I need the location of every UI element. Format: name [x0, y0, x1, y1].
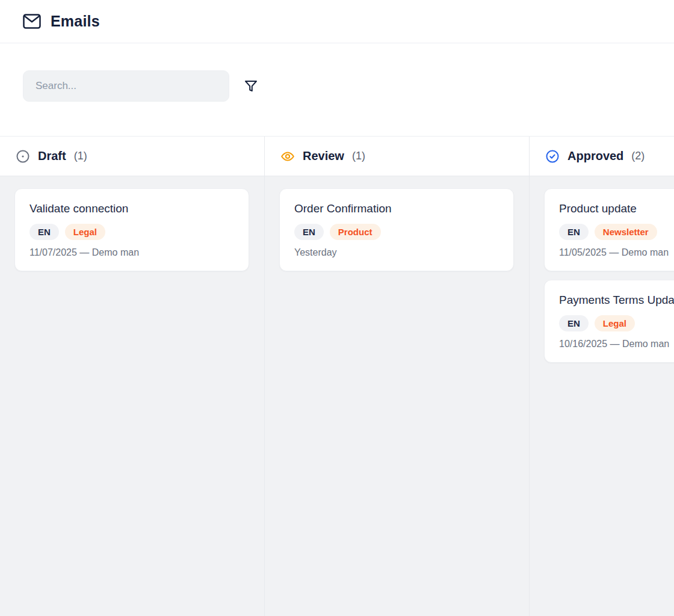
language-badge: EN: [559, 315, 589, 331]
badge-row: EN Newsletter: [559, 224, 674, 240]
circle-check-icon: [545, 149, 560, 164]
mail-icon: [23, 14, 41, 29]
email-meta: Yesterday: [294, 247, 499, 258]
page-title: Emails: [51, 13, 100, 30]
language-badge: EN: [29, 224, 59, 240]
badge-row: EN Legal: [29, 224, 234, 240]
category-badge: Newsletter: [595, 224, 657, 240]
column-count: (1): [74, 150, 87, 162]
circle-dot-icon: [16, 149, 30, 164]
email-card[interactable]: Order Confirmation EN Product Yesterday: [279, 188, 514, 271]
column-body: Order Confirmation EN Product Yesterday: [265, 176, 529, 616]
eye-icon: [280, 149, 295, 164]
email-meta: 11/07/2025 — Demo man: [29, 247, 234, 258]
category-badge: Product: [330, 224, 381, 240]
badge-row: EN Product: [294, 224, 499, 240]
email-card[interactable]: Validate connection EN Legal 11/07/2025 …: [14, 188, 249, 271]
email-title: Validate connection: [29, 202, 234, 215]
column-header: Draft (1): [0, 137, 264, 176]
kanban-board: Draft (1) Validate connection EN Legal 1…: [0, 137, 674, 616]
column-label: Approved: [567, 149, 623, 163]
board-column-review: Review (1) Order Confirmation EN Product…: [265, 137, 530, 616]
column-header: Review (1): [265, 137, 529, 176]
language-badge: EN: [559, 224, 589, 240]
email-meta: 10/16/2025 — Demo man: [559, 339, 674, 350]
board-column-approved: Approved (2) Product update EN Newslette…: [530, 137, 674, 616]
board-column-draft: Draft (1) Validate connection EN Legal 1…: [0, 137, 265, 616]
category-badge: Legal: [595, 315, 635, 331]
email-title: Product update: [559, 202, 674, 215]
email-card[interactable]: Payments Terms Update EN Legal 10/16/202…: [544, 280, 674, 363]
column-label: Draft: [38, 149, 66, 163]
page-header: Emails: [0, 0, 674, 43]
column-body: Product update EN Newsletter 11/05/2025 …: [530, 176, 674, 616]
email-meta: 11/05/2025 — Demo man: [559, 247, 674, 258]
column-header: Approved (2): [530, 137, 674, 176]
email-card[interactable]: Product update EN Newsletter 11/05/2025 …: [544, 188, 674, 271]
category-badge: Legal: [65, 224, 105, 240]
filter-button[interactable]: [244, 79, 258, 93]
column-count: (2): [631, 150, 645, 162]
column-label: Review: [303, 149, 344, 163]
search-input[interactable]: [23, 70, 229, 102]
language-badge: EN: [294, 224, 324, 240]
toolbar: [0, 43, 674, 137]
badge-row: EN Legal: [559, 315, 674, 331]
column-body: Validate connection EN Legal 11/07/2025 …: [0, 176, 264, 616]
email-title: Order Confirmation: [294, 202, 499, 215]
email-title: Payments Terms Update: [559, 294, 674, 307]
funnel-icon: [244, 79, 258, 93]
column-count: (1): [352, 150, 365, 162]
